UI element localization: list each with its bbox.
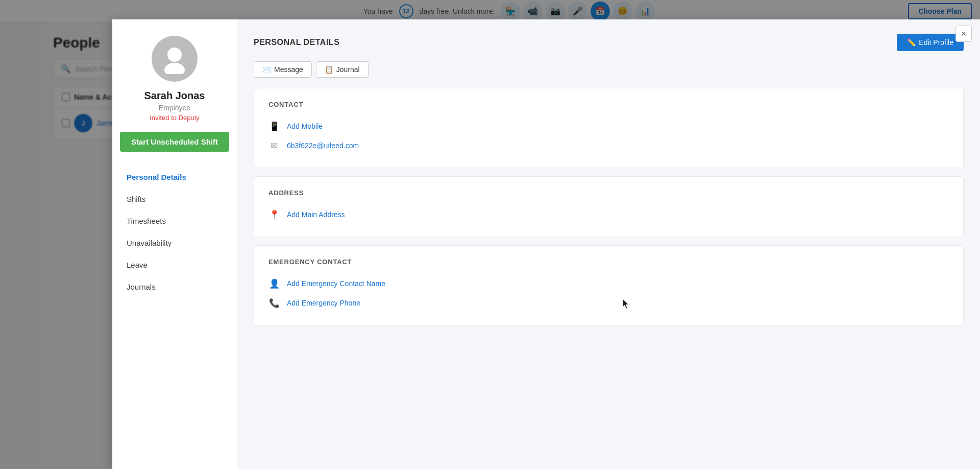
profile-role: Employee bbox=[159, 104, 190, 112]
add-mobile-link[interactable]: Add Mobile bbox=[287, 122, 323, 130]
action-buttons-row: ✉️ Message 📋 Journal bbox=[254, 61, 964, 78]
nav-unavailability[interactable]: Unavailability bbox=[112, 232, 237, 254]
add-emergency-contact-name-link[interactable]: Add Emergency Contact Name bbox=[287, 279, 385, 288]
nav-personal-details[interactable]: Personal Details bbox=[112, 166, 237, 188]
mobile-row: 📱 Add Mobile bbox=[268, 116, 949, 136]
emergency-phone-row: 📞 Add Emergency Phone bbox=[268, 293, 949, 313]
address-card: ADDRESS 📍 Add Main Address bbox=[254, 176, 964, 237]
emergency-contact-title: EMERGENCY CONTACT bbox=[268, 258, 949, 266]
message-icon: ✉️ bbox=[262, 65, 271, 74]
location-icon: 📍 bbox=[268, 209, 280, 220]
mobile-icon: 📱 bbox=[268, 121, 280, 132]
journal-label: Journal bbox=[336, 65, 360, 74]
svg-point-1 bbox=[164, 63, 185, 74]
journal-icon: 📋 bbox=[325, 65, 333, 74]
nav-shifts[interactable]: Shifts bbox=[112, 188, 237, 210]
modal-panel: Sarah Jonas Employee Invited to Deputy S… bbox=[112, 19, 980, 469]
email-row: ✉ 6b3f622e@uifeed.com bbox=[268, 136, 949, 155]
svg-point-0 bbox=[167, 48, 182, 62]
person-icon: 👤 bbox=[268, 278, 280, 289]
profile-name: Sarah Jonas bbox=[144, 90, 205, 102]
contact-section-title: CONTACT bbox=[268, 101, 949, 108]
start-unscheduled-shift-button[interactable]: Start Unscheduled Shift bbox=[120, 132, 229, 152]
emergency-contact-card: EMERGENCY CONTACT 👤 Add Emergency Contac… bbox=[254, 245, 964, 325]
add-emergency-phone-link[interactable]: Add Emergency Phone bbox=[287, 299, 360, 307]
journal-button[interactable]: 📋 Journal bbox=[316, 61, 369, 78]
modal-navigation: Personal Details Shifts Timesheets Unava… bbox=[112, 166, 237, 298]
modal-close-button[interactable]: × bbox=[955, 26, 972, 42]
personal-details-title: PERSONAL DETAILS bbox=[254, 38, 339, 47]
email-icon: ✉ bbox=[268, 140, 280, 151]
modal-content-area: × PERSONAL DETAILS ✏️ Edit Profile ✉️ Me… bbox=[237, 19, 980, 469]
nav-journals[interactable]: Journals bbox=[112, 276, 237, 298]
contact-card: CONTACT 📱 Add Mobile ✉ 6b3f622e@uifeed.c… bbox=[254, 88, 964, 168]
edit-icon: ✏️ bbox=[907, 38, 916, 46]
address-section-title: ADDRESS bbox=[268, 189, 949, 197]
modal-left-sidebar: Sarah Jonas Employee Invited to Deputy S… bbox=[112, 19, 237, 469]
message-button[interactable]: ✉️ Message bbox=[254, 61, 312, 78]
profile-status: Invited to Deputy bbox=[150, 114, 200, 122]
emergency-name-row: 👤 Add Emergency Contact Name bbox=[268, 274, 949, 293]
personal-details-header: PERSONAL DETAILS ✏️ Edit Profile bbox=[254, 34, 964, 51]
message-label: Message bbox=[274, 65, 303, 74]
phone-icon: 📞 bbox=[268, 297, 280, 309]
address-row: 📍 Add Main Address bbox=[268, 205, 949, 224]
edit-profile-button[interactable]: ✏️ Edit Profile bbox=[897, 34, 964, 51]
avatar bbox=[152, 36, 198, 82]
email-address-link[interactable]: 6b3f622e@uifeed.com bbox=[287, 142, 359, 150]
nav-leave[interactable]: Leave bbox=[112, 254, 237, 276]
add-main-address-link[interactable]: Add Main Address bbox=[287, 210, 345, 219]
nav-timesheets[interactable]: Timesheets bbox=[112, 210, 237, 232]
edit-profile-label: Edit Profile bbox=[919, 38, 953, 46]
